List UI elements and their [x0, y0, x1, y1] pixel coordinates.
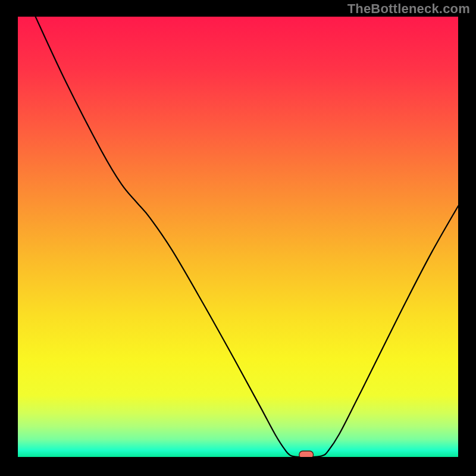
watermark-text: TheBottleneck.com [347, 1, 470, 17]
chart-container: TheBottleneck.com [0, 0, 476, 476]
plot-area [18, 17, 458, 457]
gradient-background [18, 17, 458, 457]
chart-svg [18, 17, 458, 457]
minimum-marker [299, 451, 314, 457]
